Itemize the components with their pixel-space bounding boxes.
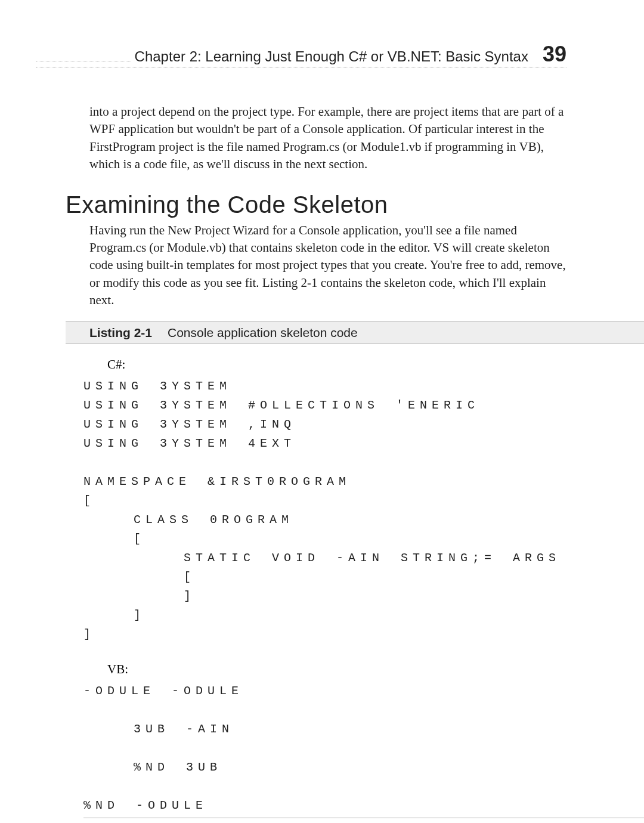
csharp-code: USING 3YSTEM USING 3YSTEM #OLLECTIONS 'E… [83, 377, 566, 644]
page-header: Chapter 2: Learning Just Enough C# or VB… [0, 42, 644, 67]
code-end-rule [83, 818, 644, 818]
page-number: 39 [532, 42, 566, 67]
section-paragraph: Having run the New Project Wizard for a … [89, 222, 566, 310]
csharp-lang-label: C#: [107, 357, 566, 372]
page-body: into a project depend on the project typ… [89, 103, 566, 818]
vb-code: -ODULE -ODULE 3UB -AIN %ND 3UB %ND -ODUL… [83, 682, 566, 815]
chapter-title: Chapter 2: Learning Just Enough C# or VB… [131, 48, 532, 65]
listing-caption: Console application skeleton code [168, 326, 358, 339]
vb-lang-label: VB: [107, 662, 566, 677]
intro-paragraph: into a project depend on the project typ… [89, 103, 566, 174]
section-heading: Examining the Code Skeleton [66, 191, 566, 218]
header-line: Chapter 2: Learning Just Enough C# or VB… [36, 42, 566, 67]
listing-bar: Listing 2-1 Console application skeleton… [66, 321, 644, 344]
listing-label: Listing 2-1 [89, 326, 152, 339]
